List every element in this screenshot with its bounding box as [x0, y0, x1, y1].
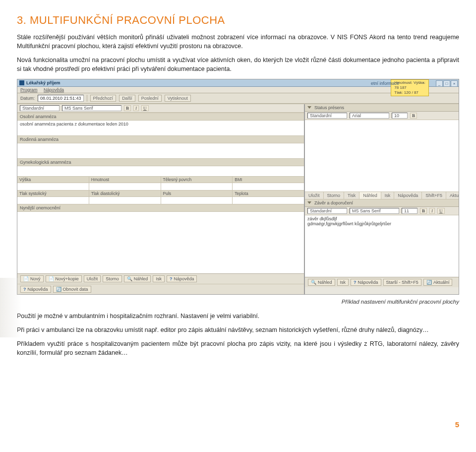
- field-sys-input[interactable]: [17, 197, 89, 204]
- menu-help[interactable]: Nápověda: [44, 87, 64, 92]
- help-button-2[interactable]: ? Nápověda: [20, 286, 51, 293]
- bold-button-r1[interactable]: B: [410, 113, 417, 119]
- section-rodinna-anamneza: Rodinná anamnéza: [17, 135, 304, 143]
- status-presens-text[interactable]: [305, 120, 459, 192]
- tab-tisk[interactable]: Tisk: [344, 192, 359, 199]
- new-copy-button[interactable]: 📄 Nový+kopie: [46, 275, 82, 282]
- field-sys-label: Tlak systolický: [17, 191, 89, 197]
- field-povrch-input[interactable]: [161, 183, 233, 190]
- style-select-r1[interactable]: Standardní: [307, 113, 347, 119]
- preview-button-left[interactable]: 🔍 Náhled: [124, 275, 151, 282]
- window-buttons: _ □ ×: [436, 80, 458, 87]
- current-button-r[interactable]: 🔄 Aktuální: [423, 279, 453, 286]
- new-button[interactable]: 📄 Nový: [20, 275, 44, 282]
- close-button[interactable]: ×: [451, 80, 458, 87]
- gyn-anamneza-text[interactable]: [17, 166, 304, 176]
- section-heading: 3. MULTIFUNKČNÍ PRACOVNÍ PLOCHA: [17, 14, 459, 27]
- tab-storno[interactable]: Storno: [324, 192, 345, 199]
- collapse-icon: [307, 106, 311, 109]
- refresh-button[interactable]: 🔄 Obnovit data: [53, 286, 91, 293]
- heading-number: 3.: [17, 14, 26, 26]
- field-hmotnost-input[interactable]: [89, 183, 161, 190]
- help-button-r[interactable]: ? Nápověda: [351, 279, 381, 286]
- right-footer-toolbar: 🔍 Náhled Isk ? Nápověda Starší - Shift+F…: [305, 277, 459, 287]
- italic-button-r2[interactable]: I: [429, 208, 435, 214]
- field-puls-input[interactable]: [161, 197, 233, 204]
- older-button-r[interactable]: Starší - Shift+F5: [383, 279, 421, 286]
- size-select-r1[interactable]: 10: [392, 113, 408, 119]
- extra-tab-label: etní informace: [371, 81, 399, 86]
- isk-button-left[interactable]: Isk: [153, 275, 165, 282]
- paragraph-1: Stále rozšířenější používání větších mon…: [17, 33, 459, 51]
- minimize-button[interactable]: _: [436, 80, 443, 87]
- section-osobni-anamneza: Osobní anamnéza: [17, 113, 304, 121]
- bold-button[interactable]: B: [124, 105, 131, 111]
- section-gyn-anamneza: Gynekologická anamnéza: [17, 158, 304, 166]
- underline-button-r2[interactable]: U: [437, 208, 445, 214]
- split-panes: Standardní MS Sans Serif B I U Osobní an…: [17, 104, 459, 294]
- font-select-r1[interactable]: Arial: [350, 113, 389, 119]
- bold-button-r2[interactable]: B: [420, 208, 427, 214]
- print-button[interactable]: Vytisknout: [165, 95, 191, 102]
- size-select-r2[interactable]: 11: [402, 208, 417, 214]
- rodinna-anamneza-text[interactable]: [17, 143, 304, 158]
- tab-shift[interactable]: Shift+F5: [422, 192, 446, 199]
- left-pane: Standardní MS Sans Serif B I U Osobní an…: [17, 104, 305, 294]
- section-nynejsi-onemocneni: Nynější onemocnění: [17, 204, 304, 212]
- right-format-toolbar-2: Standardní MS Sans Serif 11 B I U: [305, 207, 459, 215]
- right-format-toolbar-1: Standardní Arial 10 B: [305, 112, 459, 120]
- panel2-title: Závěr a doporučení: [314, 200, 353, 205]
- osobni-anamneza-text[interactable]: osobní anamnéza pacienta z dokumentace l…: [17, 121, 304, 135]
- field-dia-input[interactable]: [89, 197, 161, 204]
- right-pane: Status présens Standardní Arial 10 B Ulo…: [305, 104, 459, 294]
- help-button-left[interactable]: ? Nápověda: [167, 275, 197, 282]
- field-bmi-label: BMI: [233, 177, 304, 183]
- collapse-icon-2: [307, 201, 311, 204]
- paragraph-5: Příkladem využití práce s hospitalizovan…: [17, 339, 459, 357]
- right-tab-row: Uložit Storno Tisk Náhled Isk Nápověda S…: [305, 192, 459, 199]
- date-input[interactable]: 08.01.2010 21:51:43: [38, 95, 84, 102]
- style-select-r2[interactable]: Standardní: [307, 208, 347, 214]
- panel-status-presens[interactable]: Status présens: [305, 104, 459, 112]
- vitals-row-1: Výška Hmotnost Tělesný povrch BMI: [17, 176, 304, 190]
- font-select[interactable]: MS Sans Serif: [62, 105, 121, 111]
- prev-button[interactable]: Předchozí: [90, 95, 117, 102]
- underline-button[interactable]: U: [141, 105, 149, 111]
- figure-caption: Příklad nastavení multifunkční pracovní …: [17, 299, 459, 305]
- field-povrch-label: Tělesný povrch: [161, 177, 233, 183]
- vitals-row-2: Tlak systolický Tlak diastolický Puls Te…: [17, 190, 304, 204]
- field-teplota-input[interactable]: [233, 197, 304, 204]
- field-teplota-label: Teplota: [233, 191, 304, 197]
- tab-isk[interactable]: Isk: [381, 192, 395, 199]
- left-footer-toolbar-2: ? Nápověda 🔄 Obnovit data: [17, 284, 304, 294]
- cancel-button-left[interactable]: Storno: [103, 275, 122, 282]
- heading-text: MULTIFUNKČNÍ PRACOVNÍ PLOCHA: [30, 14, 225, 26]
- field-vyska-input[interactable]: [17, 183, 89, 190]
- preview-button-r[interactable]: 🔍 Náhled: [308, 279, 335, 286]
- next-button[interactable]: Další: [119, 95, 135, 102]
- panel1-title: Status présens: [314, 105, 344, 110]
- style-select[interactable]: Standardní: [20, 105, 60, 111]
- zaver-text[interactable]: závěr dkjfůsdljf gdmaégr,fgjrwkjgrflůwrt…: [305, 215, 459, 277]
- maximize-button[interactable]: □: [443, 80, 450, 87]
- panel-zaver[interactable]: Závěr a doporučení: [305, 199, 459, 207]
- left-format-toolbar: Standardní MS Sans Serif B I U: [17, 104, 304, 113]
- menu-program[interactable]: Program: [20, 87, 38, 92]
- field-bmi-input[interactable]: [233, 183, 304, 190]
- last-button[interactable]: Poslední: [138, 95, 162, 102]
- tab-aktualni[interactable]: Aktuální: [446, 192, 459, 199]
- zaver-line2: gdmaégr,fgjrwkjgrflůwrt kůgjrůkjrůtgeljr…: [307, 221, 456, 226]
- nynejsi-onemocneni-text[interactable]: [17, 212, 304, 273]
- italic-button[interactable]: I: [133, 105, 139, 111]
- isk-button-r[interactable]: Isk: [337, 279, 349, 286]
- field-dia-label: Tlak diastolický: [89, 191, 161, 197]
- font-select-r2[interactable]: MS Sans Serif: [350, 208, 399, 214]
- document-page: 3. MULTIFUNKČNÍ PRACOVNÍ PLOCHA Stále ro…: [0, 0, 476, 437]
- toolbar-separator: [87, 95, 87, 102]
- paragraph-2: Nová funkcionalita umožní na pracovní pl…: [17, 56, 459, 73]
- tab-ulozit[interactable]: Uložit: [305, 192, 324, 199]
- note-line2: 78 187: [394, 85, 425, 90]
- tab-nahled[interactable]: Náhled: [359, 192, 381, 199]
- tab-napoveda[interactable]: Nápověda: [394, 192, 422, 199]
- save-button-left[interactable]: Uložit: [84, 275, 101, 282]
